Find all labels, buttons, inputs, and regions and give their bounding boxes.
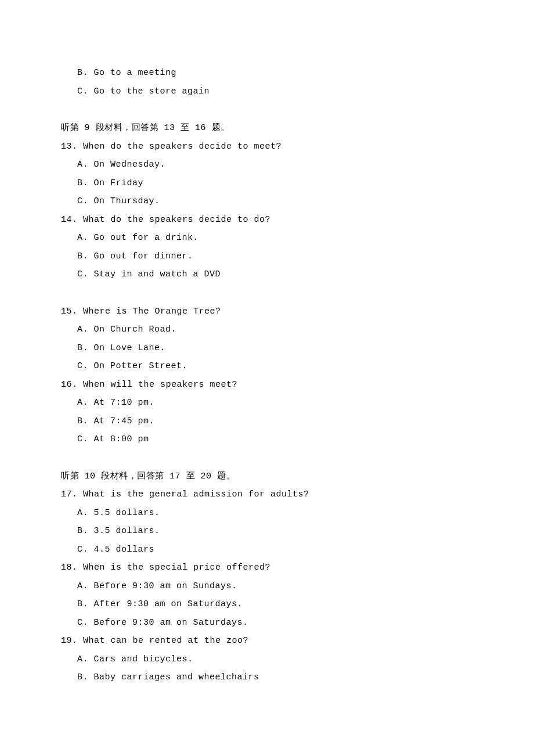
option-b: B. On Love Lane.	[61, 339, 473, 358]
option-c: C. On Thursday.	[61, 192, 473, 211]
option-b: B. Go to a meeting	[61, 64, 473, 82]
option-b: B. Go out for dinner.	[61, 247, 473, 266]
option-b: B. 3.5 dollars.	[61, 522, 473, 541]
option-b: B. After 9:30 am on Saturdays.	[61, 595, 473, 614]
option-c: C. Go to the store again	[61, 82, 473, 101]
question-text: 16. When will the speakers meet?	[61, 376, 473, 394]
section-header: 听第 9 段材料，回答第 13 至 16 题。	[61, 119, 473, 138]
question-text: 17. What is the general admission for ad…	[61, 485, 473, 504]
option-c: C. Before 9:30 am on Saturdays.	[61, 614, 473, 632]
option-a: A. Go out for a drink.	[61, 229, 473, 247]
option-a: A. On Wednesday.	[61, 156, 473, 174]
option-c: C. 4.5 dollars	[61, 541, 473, 559]
option-b: B. On Friday	[61, 174, 473, 193]
option-c: C. On Potter Street.	[61, 357, 473, 376]
option-a: A. Cars and bicycles.	[61, 650, 473, 669]
question-text: 19. What can be rented at the zoo?	[61, 632, 473, 650]
option-b: B. At 7:45 pm.	[61, 412, 473, 431]
option-a: A. On Church Road.	[61, 321, 473, 339]
option-b: B. Baby carriages and wheelchairs	[61, 668, 473, 687]
option-a: A. Before 9:30 am on Sundays.	[61, 577, 473, 596]
option-a: A. 5.5 dollars.	[61, 504, 473, 523]
option-c: C. Stay in and watch a DVD	[61, 265, 473, 284]
spacer	[61, 100, 473, 119]
question-text: 13. When do the speakers decide to meet?	[61, 138, 473, 156]
spacer	[61, 449, 473, 467]
question-text: 14. What do the speakers decide to do?	[61, 211, 473, 229]
question-text: 18. When is the special price offered?	[61, 559, 473, 577]
option-c: C. At 8:00 pm	[61, 430, 473, 449]
option-a: A. At 7:10 pm.	[61, 394, 473, 412]
question-text: 15. Where is The Orange Tree?	[61, 303, 473, 321]
document-page: B. Go to a meeting C. Go to the store ag…	[0, 0, 534, 722]
spacer	[61, 284, 473, 303]
section-header: 听第 10 段材料，回答第 17 至 20 题。	[61, 467, 473, 486]
